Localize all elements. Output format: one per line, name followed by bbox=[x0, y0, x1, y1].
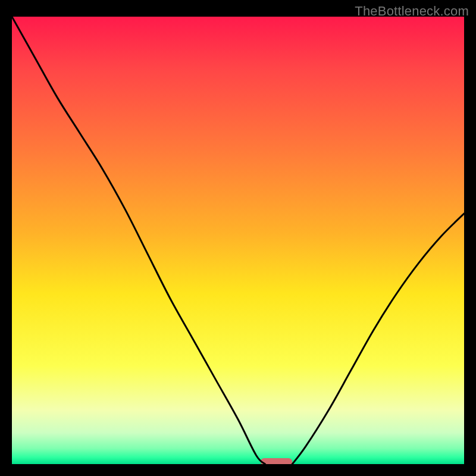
chart-svg bbox=[12, 17, 464, 464]
plot-area bbox=[12, 17, 464, 464]
chart-container: TheBottleneck.com bbox=[0, 0, 476, 476]
gradient-background bbox=[12, 17, 464, 464]
